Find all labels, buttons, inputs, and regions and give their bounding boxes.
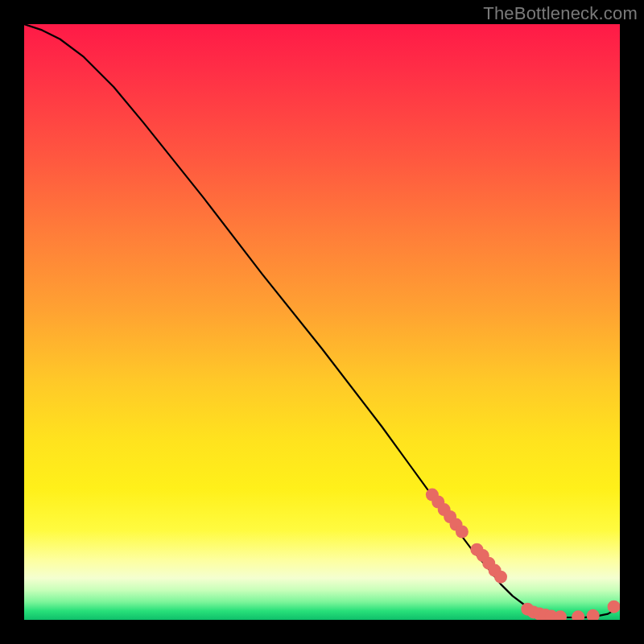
marker-point	[608, 601, 620, 613]
watermark-text: TheBottleneck.com	[483, 3, 638, 24]
marker-point	[456, 526, 469, 539]
curve-overlay	[24, 24, 620, 620]
plot-area	[24, 24, 620, 620]
marker-point	[572, 610, 584, 620]
bottleneck-curve	[24, 24, 620, 617]
chart-stage: TheBottleneck.com	[0, 0, 644, 644]
marker-point	[587, 609, 600, 620]
marker-point	[494, 571, 507, 584]
marker-points	[426, 489, 620, 620]
